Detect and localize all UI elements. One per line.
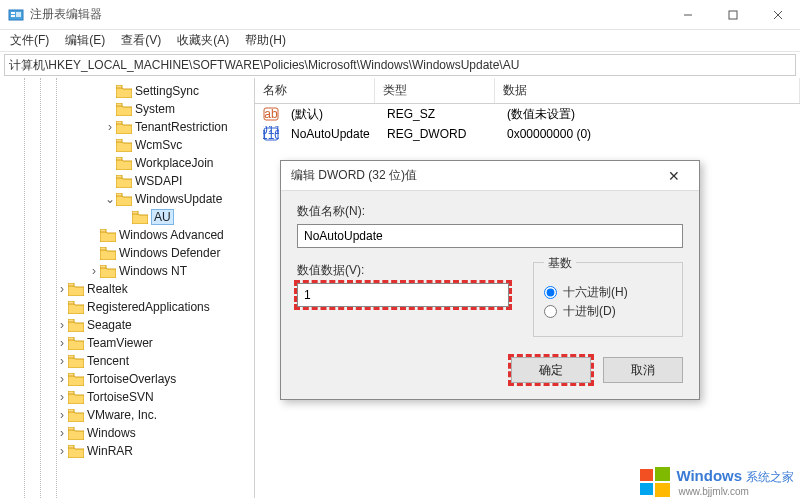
value-row[interactable]: 011110NoAutoUpdateREG_DWORD0x00000000 (0… (255, 124, 800, 144)
tree-item[interactable]: WSDAPI (0, 172, 254, 190)
svg-rect-12 (116, 157, 122, 160)
tree-item[interactable]: AU (0, 208, 254, 226)
value-row[interactable]: ab(默认)REG_SZ(数值未设置) (255, 104, 800, 124)
svg-rect-24 (68, 373, 74, 376)
close-button[interactable] (755, 0, 800, 30)
svg-rect-14 (116, 193, 122, 196)
svg-rect-22 (68, 337, 74, 340)
tree-item[interactable]: WcmSvc (0, 136, 254, 154)
folder-icon (68, 409, 84, 422)
folder-icon (132, 211, 148, 224)
radio-dec-input[interactable] (544, 305, 557, 318)
tree-item[interactable]: ›TortoiseSVN (0, 388, 254, 406)
svg-rect-23 (68, 355, 74, 358)
folder-icon (116, 193, 132, 206)
value-name: (默认) (283, 104, 379, 125)
tree-item[interactable]: ›Windows (0, 424, 254, 442)
titlebar: 注册表编辑器 (0, 0, 800, 30)
menu-view[interactable]: 查看(V) (115, 30, 167, 51)
folder-icon (116, 157, 132, 170)
tree-item[interactable]: SettingSync (0, 82, 254, 100)
folder-icon (68, 373, 84, 386)
tree-item[interactable]: WorkplaceJoin (0, 154, 254, 172)
tree-item[interactable]: ›Windows NT (0, 262, 254, 280)
svg-rect-17 (100, 247, 106, 250)
folder-icon (100, 265, 116, 278)
column-type[interactable]: 类型 (375, 78, 495, 103)
radio-hex-input[interactable] (544, 286, 557, 299)
folder-icon (68, 301, 84, 314)
menubar: 文件(F) 编辑(E) 查看(V) 收藏夹(A) 帮助(H) (0, 30, 800, 52)
svg-rect-35 (655, 467, 670, 481)
tree-item[interactable]: RegisteredApplications (0, 298, 254, 316)
folder-icon (116, 139, 132, 152)
column-data[interactable]: 数据 (495, 78, 800, 103)
menu-favorites[interactable]: 收藏夹(A) (171, 30, 235, 51)
dialog-title: 编辑 DWORD (32 位)值 (291, 167, 659, 184)
value-data: 0x00000000 (0) (499, 125, 800, 143)
base-legend: 基数 (544, 255, 576, 272)
tree-pane[interactable]: SettingSyncSystem›TenantRestrictionWcmSv… (0, 78, 255, 498)
tree-item[interactable]: ›VMware, Inc. (0, 406, 254, 424)
watermark-url: www.bjjmlv.com (678, 486, 794, 497)
value-name-field[interactable] (297, 224, 683, 248)
value-icon: ab (263, 106, 279, 122)
dialog-close-button[interactable]: ✕ (659, 168, 689, 184)
tree-item[interactable]: ›TenantRestriction (0, 118, 254, 136)
address-bar[interactable]: 计算机\HKEY_LOCAL_MACHINE\SOFTWARE\Policies… (4, 54, 796, 76)
value-name-label: 数值名称(N): (297, 203, 683, 220)
tree-item[interactable]: ›Seagate (0, 316, 254, 334)
svg-rect-10 (116, 121, 122, 124)
folder-icon (100, 247, 116, 260)
folder-icon (68, 337, 84, 350)
folder-icon (68, 391, 84, 404)
ok-button[interactable]: 确定 (511, 357, 591, 383)
tree-item[interactable]: ›Realtek (0, 280, 254, 298)
radio-hex[interactable]: 十六进制(H) (544, 284, 672, 301)
svg-rect-2 (11, 15, 15, 17)
svg-rect-37 (655, 483, 670, 497)
tree-item[interactable]: ›TeamViewer (0, 334, 254, 352)
tree-item[interactable]: ›WinRAR (0, 442, 254, 460)
tree-item[interactable]: ›Tencent (0, 352, 254, 370)
tree-item[interactable]: Windows Defender (0, 244, 254, 262)
tree-item[interactable]: Windows Advanced (0, 226, 254, 244)
folder-icon (68, 355, 84, 368)
app-icon (8, 7, 24, 23)
value-name: NoAutoUpdate (283, 125, 379, 143)
svg-rect-18 (100, 265, 106, 268)
menu-edit[interactable]: 编辑(E) (59, 30, 111, 51)
maximize-button[interactable] (710, 0, 755, 30)
value-data: (数值未设置) (499, 104, 800, 125)
radio-dec[interactable]: 十进制(D) (544, 303, 672, 320)
minimize-button[interactable] (665, 0, 710, 30)
svg-rect-28 (68, 445, 74, 448)
value-icon: 011110 (263, 126, 279, 142)
folder-icon (100, 229, 116, 242)
svg-rect-36 (640, 483, 653, 495)
svg-rect-19 (68, 283, 74, 286)
value-data-field[interactable] (297, 283, 509, 307)
tree-item[interactable]: ›TortoiseOverlays (0, 370, 254, 388)
svg-rect-1 (11, 12, 15, 14)
menu-help[interactable]: 帮助(H) (239, 30, 292, 51)
watermark-suffix: 系统之家 (746, 470, 794, 484)
menu-file[interactable]: 文件(F) (4, 30, 55, 51)
address-text: 计算机\HKEY_LOCAL_MACHINE\SOFTWARE\Policies… (9, 57, 519, 74)
svg-rect-13 (116, 175, 122, 178)
svg-rect-21 (68, 319, 74, 322)
base-fieldset: 基数 十六进制(H) 十进制(D) (533, 262, 683, 337)
svg-rect-5 (729, 11, 737, 19)
svg-text:110: 110 (263, 128, 279, 142)
svg-rect-20 (68, 301, 74, 304)
folder-icon (116, 85, 132, 98)
watermark: Windows 系统之家 www.bjjmlv.com (640, 467, 794, 497)
tree-item[interactable]: ⌄WindowsUpdate (0, 190, 254, 208)
cancel-button[interactable]: 取消 (603, 357, 683, 383)
folder-icon (68, 319, 84, 332)
column-name[interactable]: 名称 (255, 78, 375, 103)
svg-rect-16 (100, 229, 106, 232)
svg-text:ab: ab (264, 107, 278, 121)
svg-rect-27 (68, 427, 74, 430)
tree-item[interactable]: System (0, 100, 254, 118)
